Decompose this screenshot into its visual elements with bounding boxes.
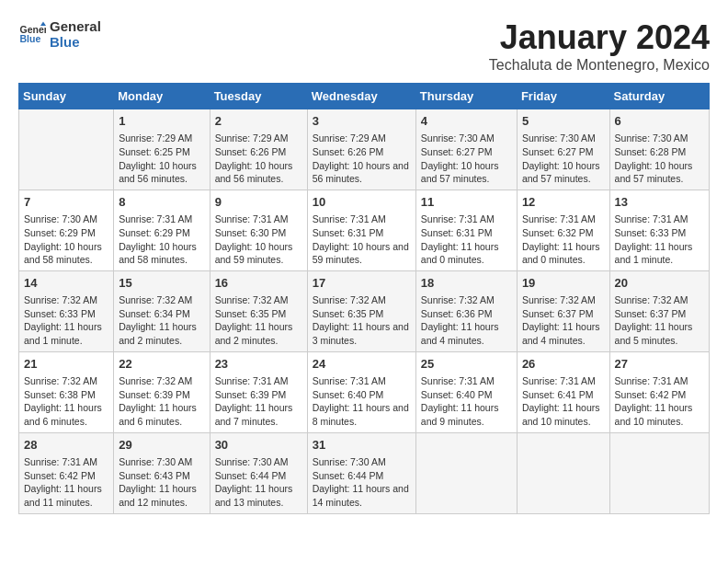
day-number: 15 [119,275,204,292]
day-number: 18 [421,275,512,292]
day-number: 9 [215,194,302,211]
cell-content: Sunrise: 7:31 AM Sunset: 6:40 PM Dayligh… [313,374,411,429]
calendar-week-row: 1Sunrise: 7:29 AM Sunset: 6:25 PM Daylig… [19,109,710,190]
calendar-day-header: Monday [114,84,210,109]
cell-content: Sunrise: 7:29 AM Sunset: 6:26 PM Dayligh… [313,132,411,186]
calendar-cell: 13Sunrise: 7:31 AM Sunset: 6:33 PM Dayli… [609,190,709,270]
logo-line2: Blue [50,34,101,50]
calendar-cell: 20Sunrise: 7:32 AM Sunset: 6:37 PM Dayli… [609,270,709,351]
header: General Blue General Blue January 2024 T… [18,18,710,74]
day-number: 11 [421,194,512,211]
calendar-cell: 21Sunrise: 7:32 AM Sunset: 6:38 PM Dayli… [19,351,114,432]
cell-content: Sunrise: 7:32 AM Sunset: 6:38 PM Dayligh… [24,374,108,429]
calendar-day-header: Thursday [415,84,517,109]
day-number: 24 [313,356,411,373]
calendar-week-row: 14Sunrise: 7:32 AM Sunset: 6:33 PM Dayli… [19,270,710,351]
day-number: 28 [24,437,108,454]
calendar-cell: 24Sunrise: 7:31 AM Sunset: 6:40 PM Dayli… [307,351,415,432]
day-number: 20 [615,275,704,292]
calendar-cell: 10Sunrise: 7:31 AM Sunset: 6:31 PM Dayli… [307,190,415,270]
calendar-cell: 5Sunrise: 7:30 AM Sunset: 6:27 PM Daylig… [517,109,609,190]
cell-content: Sunrise: 7:32 AM Sunset: 6:36 PM Dayligh… [421,293,512,348]
page-title: January 2024 [489,18,710,57]
calendar-cell [609,432,709,513]
cell-content: Sunrise: 7:32 AM Sunset: 6:33 PM Dayligh… [24,293,108,348]
day-number: 19 [522,275,605,292]
calendar-cell: 31Sunrise: 7:30 AM Sunset: 6:44 PM Dayli… [307,432,415,513]
calendar-cell: 17Sunrise: 7:32 AM Sunset: 6:35 PM Dayli… [307,270,415,351]
calendar-cell: 6Sunrise: 7:30 AM Sunset: 6:28 PM Daylig… [609,109,709,190]
cell-content: Sunrise: 7:31 AM Sunset: 6:42 PM Dayligh… [615,374,704,429]
logo: General Blue General Blue [18,18,101,50]
calendar-cell [415,432,517,513]
calendar-cell: 9Sunrise: 7:31 AM Sunset: 6:30 PM Daylig… [210,190,307,270]
day-number: 17 [313,275,411,292]
cell-content: Sunrise: 7:29 AM Sunset: 6:25 PM Dayligh… [119,132,204,186]
day-number: 10 [313,194,411,211]
calendar-cell [517,432,609,513]
cell-content: Sunrise: 7:31 AM Sunset: 6:42 PM Dayligh… [24,455,108,510]
cell-content: Sunrise: 7:31 AM Sunset: 6:33 PM Dayligh… [615,213,704,267]
day-number: 2 [215,113,302,130]
calendar-day-header: Saturday [609,84,709,109]
calendar-cell: 28Sunrise: 7:31 AM Sunset: 6:42 PM Dayli… [19,432,114,513]
cell-content: Sunrise: 7:32 AM Sunset: 6:37 PM Dayligh… [522,293,605,348]
calendar-cell: 8Sunrise: 7:31 AM Sunset: 6:29 PM Daylig… [114,190,210,270]
calendar-cell [19,109,114,190]
cell-content: Sunrise: 7:30 AM Sunset: 6:44 PM Dayligh… [215,455,302,510]
calendar-cell: 30Sunrise: 7:30 AM Sunset: 6:44 PM Dayli… [210,432,307,513]
day-number: 23 [215,356,302,373]
calendar-cell: 3Sunrise: 7:29 AM Sunset: 6:26 PM Daylig… [307,109,415,190]
cell-content: Sunrise: 7:30 AM Sunset: 6:28 PM Dayligh… [615,132,704,186]
page-subtitle: Techaluta de Montenegro, Mexico [489,57,710,74]
cell-content: Sunrise: 7:30 AM Sunset: 6:27 PM Dayligh… [421,132,512,186]
title-block: January 2024 Techaluta de Montenegro, Me… [489,18,710,74]
calendar-day-header: Sunday [19,84,114,109]
cell-content: Sunrise: 7:31 AM Sunset: 6:40 PM Dayligh… [421,374,512,429]
calendar-cell: 26Sunrise: 7:31 AM Sunset: 6:41 PM Dayli… [517,351,609,432]
cell-content: Sunrise: 7:32 AM Sunset: 6:35 PM Dayligh… [215,293,302,348]
cell-content: Sunrise: 7:30 AM Sunset: 6:43 PM Dayligh… [119,455,204,510]
calendar-cell: 14Sunrise: 7:32 AM Sunset: 6:33 PM Dayli… [19,270,114,351]
calendar-week-row: 21Sunrise: 7:32 AM Sunset: 6:38 PM Dayli… [19,351,710,432]
calendar-cell: 19Sunrise: 7:32 AM Sunset: 6:37 PM Dayli… [517,270,609,351]
day-number: 7 [24,194,108,211]
calendar-cell: 16Sunrise: 7:32 AM Sunset: 6:35 PM Dayli… [210,270,307,351]
calendar-header-row: SundayMondayTuesdayWednesdayThursdayFrid… [19,84,710,109]
calendar-day-header: Tuesday [210,84,307,109]
day-number: 6 [615,113,704,130]
calendar-week-row: 7Sunrise: 7:30 AM Sunset: 6:29 PM Daylig… [19,190,710,270]
cell-content: Sunrise: 7:32 AM Sunset: 6:34 PM Dayligh… [119,293,204,348]
cell-content: Sunrise: 7:32 AM Sunset: 6:35 PM Dayligh… [313,293,411,348]
cell-content: Sunrise: 7:30 AM Sunset: 6:27 PM Dayligh… [522,132,605,186]
day-number: 5 [522,113,605,130]
cell-content: Sunrise: 7:29 AM Sunset: 6:26 PM Dayligh… [215,132,302,186]
calendar-day-header: Wednesday [307,84,415,109]
day-number: 25 [421,356,512,373]
day-number: 14 [24,275,108,292]
cell-content: Sunrise: 7:31 AM Sunset: 6:32 PM Dayligh… [522,213,605,267]
calendar-day-header: Friday [517,84,609,109]
cell-content: Sunrise: 7:31 AM Sunset: 6:29 PM Dayligh… [119,213,204,267]
calendar-table: SundayMondayTuesdayWednesdayThursdayFrid… [18,83,710,514]
calendar-cell: 2Sunrise: 7:29 AM Sunset: 6:26 PM Daylig… [210,109,307,190]
calendar-cell: 12Sunrise: 7:31 AM Sunset: 6:32 PM Dayli… [517,190,609,270]
day-number: 8 [119,194,204,211]
day-number: 3 [313,113,411,130]
cell-content: Sunrise: 7:31 AM Sunset: 6:41 PM Dayligh… [522,374,605,429]
day-number: 22 [119,356,204,373]
calendar-cell: 7Sunrise: 7:30 AM Sunset: 6:29 PM Daylig… [19,190,114,270]
calendar-cell: 23Sunrise: 7:31 AM Sunset: 6:39 PM Dayli… [210,351,307,432]
calendar-cell: 22Sunrise: 7:32 AM Sunset: 6:39 PM Dayli… [114,351,210,432]
cell-content: Sunrise: 7:31 AM Sunset: 6:31 PM Dayligh… [313,213,411,267]
calendar-cell: 1Sunrise: 7:29 AM Sunset: 6:25 PM Daylig… [114,109,210,190]
cell-content: Sunrise: 7:32 AM Sunset: 6:39 PM Dayligh… [119,374,204,429]
day-number: 21 [24,356,108,373]
logo-icon: General Blue [18,20,46,48]
cell-content: Sunrise: 7:31 AM Sunset: 6:30 PM Dayligh… [215,213,302,267]
day-number: 12 [522,194,605,211]
cell-content: Sunrise: 7:30 AM Sunset: 6:44 PM Dayligh… [313,455,411,510]
cell-content: Sunrise: 7:32 AM Sunset: 6:37 PM Dayligh… [615,293,704,348]
svg-text:Blue: Blue [20,33,41,44]
calendar-cell: 11Sunrise: 7:31 AM Sunset: 6:31 PM Dayli… [415,190,517,270]
